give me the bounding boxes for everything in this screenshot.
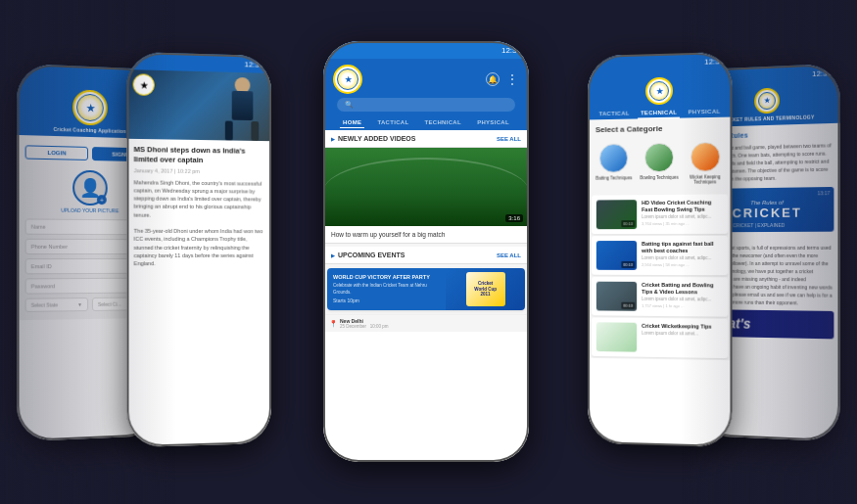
event-image-section: CricketWorld Cup2011 — [446, 268, 525, 310]
video-item-1[interactable]: 00:10 HD Video Cricket Coaching Fast Bow… — [592, 194, 728, 234]
home-content-area: NEWLY ADDED VIDEOS SEE ALL ▶ 3:16 How to… — [323, 130, 529, 332]
vli-title-2: Batting tips against fast ball with best… — [642, 241, 723, 254]
vli-time-badge-3: 00:10 — [621, 302, 635, 309]
tab-physical[interactable]: PHYSICAL — [474, 117, 512, 128]
category-bowling[interactable]: Bowling Techniques — [639, 143, 681, 186]
events-see-all[interactable]: SEE ALL — [497, 252, 521, 258]
phone-news: 12:35 ★ MS Dhoni steps down as India's l… — [126, 52, 270, 447]
events-section-title: UPCOMING EVENTS — [331, 252, 405, 258]
time-4: 12:35 — [704, 57, 724, 67]
event-blue-section: WORLD CUP VICTORY AFTER PARTY Celebrate … — [327, 268, 446, 310]
status-bar-3: 12:35 — [323, 41, 529, 59]
bowling-circle — [644, 143, 674, 172]
tactical-screen: 12:35 ★ TACTICAL TECHNICAL PHYSICAL Sele… — [588, 52, 732, 447]
videos-section-title: NEWLY ADDED VIDEOS — [331, 135, 415, 142]
state-chevron: ▼ — [77, 301, 82, 307]
news-logo: ★ — [133, 73, 155, 96]
state-label: Select State — [31, 301, 58, 307]
vli-thumb-4 — [596, 322, 637, 351]
vli-meta-3: 1,757 views | 1 hr ago ... — [642, 303, 723, 309]
home-header-top: ★ 🔔 ⋮ — [331, 65, 521, 98]
vli-thumb-3: 00:10 — [596, 282, 637, 311]
events-section-header: UPCOMING EVENTS SEE ALL — [323, 247, 529, 264]
rules-video-sublabel: CRICKET — [733, 206, 802, 221]
phone-tactical: 12:35 ★ TACTICAL TECHNICAL PHYSICAL Sele… — [588, 52, 732, 447]
tab-technical[interactable]: TECHNICAL — [422, 117, 464, 128]
vli-desc-3: Lorem ipsum dolor sit amet, adipc... — [642, 297, 723, 302]
tactical-content-area: Select a Categorie Batting Techniques Bo… — [588, 117, 732, 361]
news-bcci-logo: ★ — [133, 73, 155, 96]
rules-video-timer: 13:17 — [818, 190, 831, 196]
notification-icon[interactable]: 🔔 — [486, 72, 500, 86]
rules-header-tab-label: CRICKET RULES AND TERMINOLOGY — [720, 114, 814, 122]
vli-meta-1: 3,764 views | 35 min ago ... — [642, 221, 723, 226]
event-date: 25 December — [340, 324, 366, 329]
app-title-1: Cricket Coaching Application — [53, 126, 125, 134]
search-icon: 🔍 — [345, 101, 354, 109]
wicket-circle — [690, 142, 720, 172]
video-item-2[interactable]: 00:10 Batting tips against fast ball wit… — [592, 236, 728, 275]
world-cup-badge: CricketWorld Cup2011 — [466, 272, 505, 306]
news-screen: 12:35 ★ MS Dhoni steps down as India's l… — [126, 52, 270, 447]
vli-desc-2: Lorem ipsum dolor sit amet, adipc... — [642, 255, 723, 261]
tab-technical-2[interactable]: TECHNICAL — [638, 108, 680, 119]
menu-icon[interactable]: ⋮ — [505, 71, 519, 87]
videos-section-header: NEWLY ADDED VIDEOS SEE ALL — [323, 130, 529, 148]
bcci-logo-1: ★ — [72, 89, 108, 125]
vli-time-badge-1: 00:10 — [621, 220, 635, 227]
rules-video-content: The Rules of CRICKET — [733, 200, 802, 221]
event-card-1: WORLD CUP VICTORY AFTER PARTY Celebrate … — [327, 268, 525, 310]
home-screen: 12:35 ★ 🔔 ⋮ 🔍 HOME — [323, 41, 529, 462]
home-bcci-logo: ★ — [333, 65, 362, 94]
tactical-logo-inner: ★ — [649, 81, 669, 101]
tab-tactical-2[interactable]: TACTICAL — [596, 109, 633, 120]
avatar-upload[interactable]: 👤 + — [72, 170, 108, 206]
category-wicket[interactable]: Wicket Keeping Techniques — [684, 142, 726, 185]
category-batting[interactable]: Batting Techniques — [594, 143, 635, 185]
cricket-field-arc — [323, 158, 529, 226]
login-button[interactable]: LOGIN — [25, 145, 88, 160]
rules-logo: ★ — [754, 87, 780, 114]
time-3: 12:35 — [501, 46, 521, 55]
header-icons: 🔔 ⋮ — [486, 71, 519, 87]
tab-home[interactable]: HOME — [340, 117, 364, 128]
dhoni-figure — [220, 77, 263, 142]
video-caption: How to warm up yourself for a big match — [323, 226, 529, 244]
time-2: 12:35 — [244, 60, 263, 69]
event-title: WORLD CUP VICTORY AFTER PARTY — [333, 274, 440, 281]
vli-meta-2: 2,564 views | 58 min ago ... — [642, 262, 723, 267]
news-content: MS Dhoni steps down as India's limited o… — [126, 139, 270, 274]
vli-time-badge-2: 00:10 — [621, 261, 635, 268]
vli-info-3: Cricket Batting and Bowling Tips & Video… — [642, 282, 723, 312]
tab-physical-2[interactable]: PHYSICAL — [686, 107, 724, 118]
location-icon: 📍 — [329, 320, 338, 328]
home-app-header: ★ 🔔 ⋮ 🔍 HOME TACTICAL TECHNICAL PHYSICAL — [323, 59, 529, 130]
vli-thumb-2: 00:10 — [596, 241, 637, 270]
video-item-3[interactable]: 00:10 Cricket Batting and Bowling Tips &… — [592, 277, 728, 317]
city-label: Select Ci... — [98, 301, 121, 307]
tactical-logo: ★ — [645, 77, 673, 106]
vli-thumb-1: 00:10 — [596, 200, 637, 229]
phones-container: 12:35 ★ Cricket Coaching Application LOG… — [0, 0, 857, 504]
news-article-body: Mahendra Singh Dhoni, the country's most… — [134, 178, 265, 268]
home-logo-inner: ★ — [337, 69, 358, 90]
vli-title-1: HD Video Cricket Coaching Fast Bowling S… — [642, 200, 723, 214]
upload-label: UPLOAD YOUR PICTURE — [61, 207, 119, 214]
videos-see-all[interactable]: SEE ALL — [497, 136, 521, 142]
news-hero-image: ★ — [126, 69, 270, 141]
event-desc: Celebrate with the Indian Cricket Team a… — [333, 283, 440, 296]
vli-desc-1: Lorem ipsum dolor sit amet, adipc... — [642, 214, 723, 220]
wicket-label: Wicket Keeping Techniques — [684, 174, 726, 185]
batting-label: Batting Techniques — [595, 175, 632, 180]
phone-home: 12:35 ★ 🔔 ⋮ 🔍 HOME — [323, 41, 529, 462]
event-time: Starts 10pm — [333, 298, 440, 304]
state-select[interactable]: Select State ▼ — [25, 298, 88, 312]
rules-logo-inner: ★ — [758, 92, 776, 111]
vli-desc-4: Lorem ipsum dolor sit amet... — [642, 331, 723, 338]
featured-video-thumb[interactable]: ▶ 3:16 — [323, 148, 529, 226]
search-bar[interactable]: 🔍 — [337, 98, 515, 112]
leg-left — [225, 120, 233, 140]
tab-tactical[interactable]: TACTICAL — [374, 117, 411, 128]
leg-right — [251, 121, 259, 141]
video-item-4[interactable]: Cricket Wicketkeeping Tips Lorem ipsum d… — [592, 317, 728, 358]
